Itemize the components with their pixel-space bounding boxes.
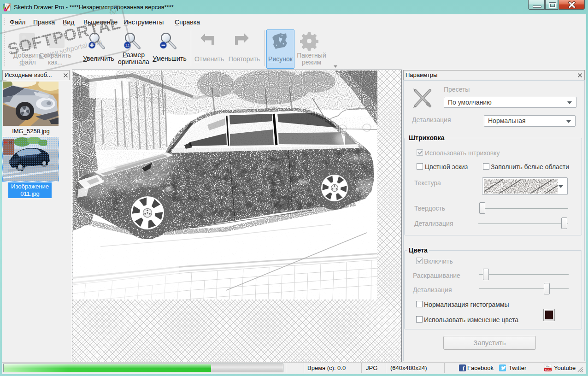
svg-text:f: f — [463, 365, 465, 371]
svg-text:Tube: Tube — [545, 369, 551, 371]
svg-text:You: You — [546, 365, 550, 368]
